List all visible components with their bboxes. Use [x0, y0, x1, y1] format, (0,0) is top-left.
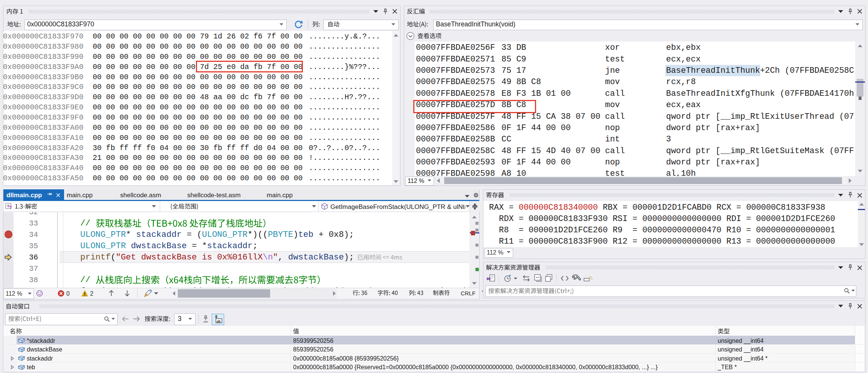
svg-text:ab: ab: [217, 319, 221, 323]
